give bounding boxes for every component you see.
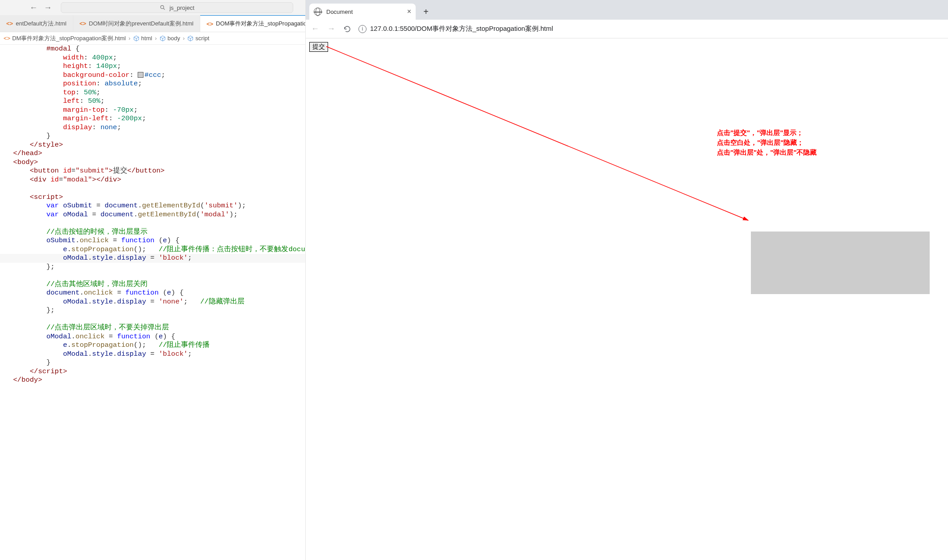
chevron-right-icon: › [155, 35, 156, 42]
cube-icon [133, 35, 139, 42]
code-line[interactable]: display: none; [0, 123, 305, 132]
code-line[interactable]: oSubmit.onclick = function (e) { [0, 236, 305, 245]
code-line[interactable]: document.onclick = function (e) { [0, 289, 305, 298]
nav-back-icon[interactable]: ← [29, 3, 38, 13]
new-tab-button[interactable]: + [419, 5, 433, 18]
code-line[interactable]: oModal.style.display = 'block'; [0, 350, 305, 359]
breadcrumb-item[interactable]: body [160, 35, 180, 42]
code-line[interactable]: <script> [0, 193, 305, 202]
browser-tab[interactable]: Document × [309, 4, 416, 20]
code-line[interactable]: </script> [0, 367, 305, 376]
html-file-icon: <> [6, 20, 13, 27]
code-line[interactable]: </body> [0, 376, 305, 385]
breadcrumb-file-label: DM事件对象方法_stopPropagation案例.html [12, 34, 126, 42]
breadcrumb-file[interactable]: <> DM事件对象方法_stopPropagation案例.html [4, 34, 126, 42]
code-line[interactable]: <body> [0, 158, 305, 167]
html-file-icon: <> [80, 20, 86, 27]
tab-label: entDefault方法.html [16, 20, 66, 28]
code-line[interactable]: //点击按钮的时候，弹出层显示 [0, 228, 305, 237]
code-line[interactable]: width: 400px; [0, 54, 305, 63]
browser-tabstrip: Document × + [306, 0, 948, 20]
reload-icon [343, 25, 351, 33]
code-line[interactable]: left: 50%; [0, 97, 305, 106]
code-line[interactable] [0, 184, 305, 193]
code-line[interactable]: height: 140px; [0, 62, 305, 71]
html-file-icon: <> [4, 35, 10, 42]
breadcrumb-label: body [168, 35, 180, 42]
chevron-right-icon: › [183, 35, 185, 42]
cube-icon [187, 35, 194, 42]
editor-tab[interactable]: <> entDefault方法.html [0, 15, 73, 32]
code-line[interactable] [0, 271, 305, 280]
svg-point-0 [161, 5, 164, 8]
forward-button[interactable]: → [326, 24, 336, 34]
code-line[interactable]: #modal { [0, 45, 305, 54]
code-line[interactable]: } [0, 132, 305, 141]
code-line[interactable]: }; [0, 306, 305, 315]
code-editor-area[interactable]: #modal { width: 400px; height: 140px; ba… [0, 45, 305, 560]
html-file-icon: <> [206, 21, 213, 27]
code-line[interactable] [0, 315, 305, 324]
code-line[interactable]: margin-top: -70px; [0, 106, 305, 115]
code-line[interactable]: </style> [0, 141, 305, 150]
editor-tab[interactable]: <> DOM时间对象的preventDefault案例.html [73, 15, 200, 32]
code-line[interactable] [0, 219, 305, 228]
editor-tabs: <> entDefault方法.html <> DOM时间对象的preventD… [0, 15, 305, 32]
breadcrumb-label: html [141, 35, 152, 42]
tab-label: DOM时间对象的preventDefault案例.html [89, 20, 194, 28]
close-icon[interactable]: × [407, 8, 411, 16]
modal-layer[interactable] [751, 232, 930, 294]
back-button[interactable]: ← [310, 24, 320, 34]
code-line[interactable]: //点击弹出层区域时，不要关掉弹出层 [0, 324, 305, 333]
annotation-line: 点击"提交"，"弹出层"显示； [717, 128, 817, 138]
code-line[interactable]: <button id="submit">提交</button> [0, 167, 305, 176]
editor-tab-active[interactable]: <> DOM事件对象方法_stopPropagation [200, 15, 305, 32]
reload-button[interactable] [342, 24, 352, 34]
code-line[interactable]: } [0, 358, 305, 367]
code-line[interactable]: position: absolute; [0, 80, 305, 88]
cube-icon [160, 35, 166, 42]
command-center[interactable]: js_project [61, 2, 293, 13]
submit-button[interactable]: 提交 [309, 42, 328, 52]
annotation-line: 点击"弹出层"处，"弹出层"不隐藏 [717, 147, 817, 157]
annotation-text: 点击"提交"，"弹出层"显示； 点击空白处，"弹出层"隐藏； 点击"弹出层"处，… [717, 128, 817, 157]
code-line[interactable]: var oModal = document.getElementById('mo… [0, 211, 305, 219]
svg-line-1 [164, 8, 165, 10]
code-line[interactable]: background-color: #ccc; [0, 71, 305, 80]
code-line[interactable]: oModal.style.display = 'none'; //隐藏弹出层 [0, 298, 305, 307]
page-body[interactable]: 提交 点击"提交"，"弹出层"显示； 点击空白处，"弹出层"隐藏； 点击"弹出层… [306, 38, 948, 560]
tab-label: DOM事件对象方法_stopPropagation [216, 20, 305, 28]
code-line[interactable]: var oSubmit = document.getElementById('s… [0, 202, 305, 211]
breadcrumb-item[interactable]: html [133, 35, 152, 42]
chevron-right-icon: › [129, 35, 131, 42]
code-line[interactable]: //点击其他区域时，弹出层关闭 [0, 280, 305, 289]
svg-line-2 [326, 46, 748, 220]
code-line[interactable]: </head> [0, 149, 305, 158]
site-info-icon[interactable]: i [358, 25, 367, 33]
url-field[interactable]: i 127.0.0.1:5500/DOM事件对象方法_stopPropagati… [358, 25, 553, 33]
breadcrumbs[interactable]: <> DM事件对象方法_stopPropagation案例.html › htm… [0, 32, 305, 45]
code-line[interactable]: }; [0, 263, 305, 272]
code-line[interactable]: oModal.onclick = function (e) { [0, 333, 305, 341]
address-bar: ← → i 127.0.0.1:5500/DOM事件对象方法_stopPropa… [306, 20, 948, 38]
code-line[interactable]: top: 50%; [0, 88, 305, 97]
code-line[interactable]: e.stopPropagation(); //阻止事件传播：点击按钮时，不要触发… [0, 245, 305, 254]
editor-nav-arrows: ← → [29, 3, 52, 13]
breadcrumb-label: script [195, 35, 209, 42]
code-line[interactable]: <div id="modal"></div> [0, 176, 305, 185]
code-line[interactable]: e.stopPropagation(); //阻止事件传播 [0, 341, 305, 350]
url-text: 127.0.0.1:5500/DOM事件对象方法_stopPropagation… [370, 25, 553, 33]
annotation-line: 点击空白处，"弹出层"隐藏； [717, 138, 817, 147]
search-icon [160, 4, 166, 11]
code-line[interactable]: margin-left: -200px; [0, 114, 305, 123]
browser-pane: Document × + ← → i 127.0.0.1:5500/DOM事件对… [306, 0, 948, 560]
editor-pane: ← → js_project <> entDefault方法.html <> D… [0, 0, 306, 560]
globe-icon [314, 8, 322, 16]
code-line[interactable]: oModal.style.display = 'block'; [0, 254, 305, 263]
nav-forward-icon[interactable]: → [44, 3, 52, 13]
breadcrumb-item[interactable]: script [187, 35, 209, 42]
browser-tab-title: Document [326, 8, 353, 15]
editor-topbar: ← → js_project [0, 0, 305, 15]
command-center-text: js_project [169, 4, 194, 11]
color-swatch-icon [138, 72, 143, 78]
